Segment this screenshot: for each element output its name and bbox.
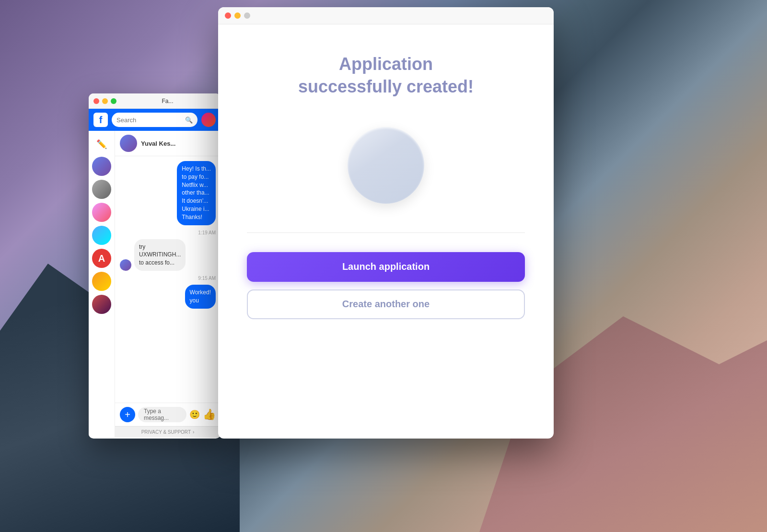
fb-compose-button[interactable]: ✏️	[93, 136, 110, 153]
divider-line	[247, 232, 525, 233]
app-icon-placeholder	[348, 127, 424, 204]
fb-message-time-2: 9:15 AM	[120, 276, 216, 281]
fb-message-input[interactable]: Type a messag...	[138, 407, 186, 422]
fb-window-title: Fa...	[119, 98, 216, 104]
fb-contact-avatar-small	[120, 259, 131, 271]
fb-privacy-bar[interactable]: PRIVACY & SUPPORT ›	[115, 426, 221, 438]
fb-contact-7[interactable]	[92, 295, 111, 314]
fb-close-button[interactable]	[93, 98, 99, 104]
fb-privacy-label: PRIVACY & SUPPORT	[141, 429, 191, 435]
success-title-line2: successfully created!	[298, 77, 474, 96]
fb-user-avatar	[201, 113, 216, 127]
fb-logo: f	[93, 113, 108, 127]
fb-emoji-button[interactable]: 🙂	[189, 409, 200, 420]
fb-message-sent-1: Hey! Is th...to pay fo...Netflix w...oth…	[177, 161, 216, 225]
fb-chat-header: Yuval Kes...	[115, 131, 221, 156]
fb-message-received-1: tryUXWRITINGH...to access fo...	[134, 239, 186, 271]
main-titlebar	[218, 7, 554, 24]
fb-contact-5[interactable]: A	[92, 249, 111, 268]
main-minimize-button[interactable]	[234, 12, 241, 19]
main-content: Application successfully created! Launch…	[218, 24, 554, 439]
fb-privacy-chevron: ›	[193, 429, 194, 435]
fb-message-sent-2: Worked!you	[185, 285, 216, 309]
fb-messages-list: Hey! Is th...to pay fo...Netflix w...oth…	[115, 156, 221, 403]
main-maximize-button	[244, 12, 250, 19]
fb-left-sidebar: ✏️ A	[89, 131, 115, 438]
launch-application-button[interactable]: Launch application	[247, 252, 525, 282]
fb-sidebar: ✏️ A Yuval Kes... Hey! Is th...to pay fo…	[89, 131, 221, 438]
fb-contact-3[interactable]	[92, 203, 111, 222]
success-title-line1: Application	[339, 54, 433, 74]
fb-input-area: + Type a messag... 🙂 👍	[115, 403, 221, 426]
fb-contact-4[interactable]	[92, 226, 111, 245]
fb-header: f 🔍	[89, 109, 221, 131]
fb-like-button[interactable]: 👍	[203, 408, 216, 421]
fb-chat-contact-avatar	[120, 135, 137, 152]
fb-message-row-2: tryUXWRITINGH...to access fo...	[120, 239, 216, 271]
fb-chat-area: Yuval Kes... Hey! Is th...to pay fo...Ne…	[115, 131, 221, 438]
fb-search-bar[interactable]: 🔍	[112, 113, 198, 127]
fb-chat-contact-name: Yuval Kes...	[141, 140, 175, 147]
main-close-button[interactable]	[225, 12, 231, 19]
fb-search-input[interactable]	[116, 116, 182, 124]
fb-minimize-button[interactable]	[102, 98, 108, 104]
fb-maximize-button[interactable]	[111, 98, 116, 104]
facebook-messenger-window: Fa... f 🔍 ✏️ A Yuval Kes...	[89, 93, 221, 439]
fb-contact-1[interactable]	[92, 157, 111, 176]
fb-add-attachment-button[interactable]: +	[120, 407, 135, 422]
create-another-button[interactable]: Create another one	[247, 289, 525, 319]
fb-search-icon: 🔍	[185, 116, 193, 124]
main-app-window: Application successfully created! Launch…	[218, 7, 554, 439]
success-title: Application successfully created!	[298, 53, 474, 98]
fb-message-time-1: 1:19 AM	[120, 230, 216, 235]
fb-contact-6[interactable]	[92, 272, 111, 291]
fb-contact-2[interactable]	[92, 180, 111, 199]
fb-titlebar: Fa...	[89, 93, 221, 109]
